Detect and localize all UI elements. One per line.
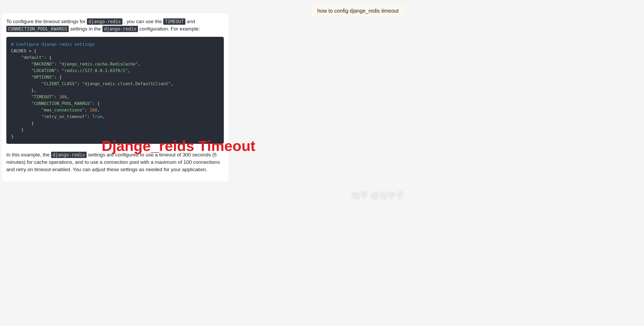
text: To configure the timeout settings for	[6, 19, 87, 24]
answer-paragraph-2: In this example, the django-redis settin…	[6, 151, 224, 173]
text: In this example, the	[6, 152, 51, 157]
code-bool: True	[92, 114, 102, 119]
code-number: 100	[90, 108, 97, 113]
inline-code-timeout: TIMEOUT	[163, 18, 185, 25]
code-string: "django_redis.cache.RedisCache"	[59, 62, 138, 67]
code-key: "retry_on_timeout"	[42, 114, 87, 119]
text: settings in the	[70, 26, 102, 32]
code-block[interactable]: # Configure django-redis settings CACHES…	[6, 37, 224, 144]
code-key: "OPTIONS"	[31, 75, 54, 80]
assistant-response-card: To configure the timeout settings for dj…	[2, 13, 229, 182]
code-number: 300	[59, 94, 67, 99]
code-key: "max_connections"	[42, 108, 85, 113]
code-key: "TIMEOUT"	[31, 94, 54, 99]
text: configuration. For example:	[139, 26, 200, 32]
code-string: "django_redis.client.DefaultClient"	[82, 81, 171, 86]
inline-code-django-redis: django-redis	[51, 152, 87, 158]
inline-code-connection-pool-kwargs: CONNECTION_POOL_KWARGS	[6, 26, 69, 32]
user-message-bubble: how to config djange_redis timeout	[311, 5, 404, 17]
code-key: "LOCATION"	[31, 68, 57, 73]
code-key: "CLIENT_CLASS"	[42, 81, 77, 86]
code-key: "default"	[21, 55, 44, 60]
watermark: 知乎 @云中子	[351, 190, 404, 201]
text: , you can use the	[124, 19, 163, 24]
code-comment: # Configure django-redis settings	[11, 42, 95, 47]
code-key: "CONNECTION_POOL_KWARGS"	[31, 101, 92, 106]
inline-code-django-redis: django-redis	[102, 26, 138, 32]
code-string: "redis://127.0.0.1:6379/1"	[62, 68, 128, 73]
user-message-text: how to config djange_redis timeout	[317, 8, 399, 14]
inline-code-django-redis: django-redis	[87, 18, 122, 25]
text: and	[187, 19, 195, 24]
answer-paragraph-1: To configure the timeout settings for dj…	[6, 18, 224, 33]
code-key: "BACKEND"	[31, 62, 54, 67]
code-line: CACHES = {	[11, 48, 36, 53]
